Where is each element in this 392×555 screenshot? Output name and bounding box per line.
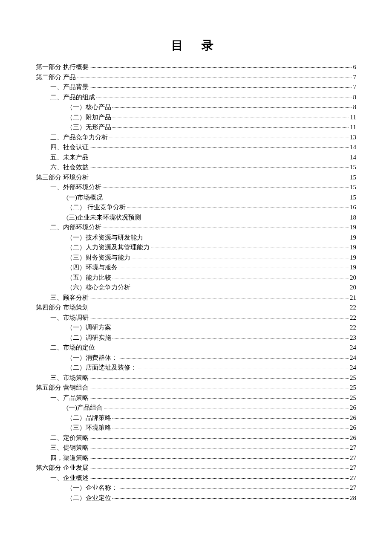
toc-entry[interactable]: 四，渠道策略27 (36, 455, 356, 461)
toc-entry-page: 24 (350, 364, 356, 371)
toc-entry-label: （二）店面选址及装修： (66, 364, 137, 371)
toc-entry[interactable]: 第五部分 营销组合25 (36, 384, 356, 391)
toc-entry[interactable]: 第四部分 市场策划22 (36, 304, 356, 311)
toc-list: 第一部分 执行概要6第二部分 产品7一、产品背景7二、产品的组成8（一）核心产品… (36, 64, 356, 501)
toc-entry[interactable]: （三）环境策略26 (36, 425, 356, 431)
toc-leader-dots (90, 178, 349, 178)
toc-entry[interactable]: （一）核心产品8 (36, 104, 356, 110)
toc-leader-dots (112, 418, 349, 419)
toc-entry-page: 24 (350, 355, 356, 361)
toc-entry[interactable]: 第一部分 执行概要6 (36, 64, 356, 70)
toc-entry-label: 三、产品竞争力分析 (50, 134, 108, 141)
toc-entry[interactable]: 二、市场的定位24 (36, 344, 356, 351)
toc-leader-dots (112, 278, 349, 278)
toc-entry-label: 六、社会效益 (50, 164, 89, 171)
toc-entry[interactable]: （五）能力比较20 (36, 275, 356, 281)
toc-entry-label: 二、内部环境分析 (50, 224, 101, 231)
toc-entry[interactable]: （二）人力资源及其管理能力19 (36, 244, 356, 251)
toc-entry[interactable]: （六）核心竞争力分析20 (36, 284, 356, 291)
toc-leader-dots (132, 288, 349, 288)
toc-entry[interactable]: (一)产品组合26 (36, 405, 356, 411)
toc-entry-page: 15 (350, 164, 356, 171)
toc-entry[interactable]: 二、定价策略26 (36, 435, 356, 441)
toc-entry-page: 14 (350, 154, 356, 161)
toc-entry[interactable]: 第三部分 环境分析15 (36, 174, 356, 181)
toc-entry-label: 五、未来产品 (50, 154, 89, 161)
toc-leader-dots (138, 368, 349, 368)
toc-leader-dots (90, 298, 349, 298)
toc-leader-dots (90, 378, 349, 379)
toc-entry[interactable]: （二）附加产品11 (36, 114, 356, 121)
toc-entry[interactable]: 三、产品竞争力分析13 (36, 134, 356, 141)
toc-entry[interactable]: 六、社会效益15 (36, 164, 356, 171)
toc-entry-page: 28 (350, 495, 356, 501)
toc-leader-dots (90, 308, 349, 308)
toc-entry[interactable]: (一)市场概况15 (36, 194, 356, 201)
toc-entry[interactable]: （二）品牌策略26 (36, 415, 356, 421)
toc-leader-dots (90, 87, 352, 88)
toc-entry-label: （四）环境与服务 (66, 264, 118, 271)
toc-entry-label: 二、定价策略 (50, 435, 89, 441)
toc-entry[interactable]: （二） 行业竞争分析16 (36, 204, 356, 211)
toc-entry-page: 18 (350, 214, 356, 221)
toc-entry[interactable]: 一、市场调研22 (36, 315, 356, 321)
toc-entry-page: 19 (350, 264, 356, 271)
toc-entry[interactable]: 二、产品的组成8 (36, 94, 356, 101)
toc-leader-dots (90, 458, 349, 459)
toc-entry[interactable]: （一）企业名称：27 (36, 485, 356, 491)
toc-entry-page: 16 (350, 204, 356, 211)
toc-entry-label: 第二部分 产品 (36, 74, 76, 81)
toc-entry-label: 四，渠道策略 (50, 455, 89, 461)
toc-entry-label: 三、市场策略 (50, 375, 89, 381)
toc-leader-dots (90, 448, 349, 448)
toc-entry-page: 19 (350, 234, 356, 241)
toc-entry-page: 26 (350, 425, 356, 431)
toc-entry-label: （二）人力资源及其管理能力 (66, 244, 150, 251)
toc-entry-page: 27 (350, 485, 356, 491)
toc-entry[interactable]: （三）财务资源与能力19 (36, 254, 356, 261)
toc-entry[interactable]: 三、市场策略25 (36, 375, 356, 381)
toc-entry-page: 19 (350, 224, 356, 231)
toc-entry[interactable]: （一）消费群体：24 (36, 355, 356, 361)
toc-entry-label: （三）财务资源与能力 (66, 254, 130, 261)
toc-entry-label: 四、社会认证 (50, 144, 89, 150)
toc-leader-dots (103, 188, 349, 188)
toc-entry-page: 26 (350, 415, 356, 421)
toc-entry-label: 一、企业概述 (50, 475, 89, 481)
toc-entry[interactable]: （一）调研方案22 (36, 324, 356, 331)
toc-entry-label: 第三部分 环境分析 (36, 174, 89, 181)
toc-leader-dots (90, 468, 349, 468)
toc-entry-page: 27 (350, 475, 356, 481)
toc-entry[interactable]: （三）无形产品11 (36, 124, 356, 130)
toc-entry[interactable]: （二）企业定位28 (36, 495, 356, 501)
toc-entry-page: 14 (350, 144, 356, 150)
toc-entry[interactable]: 第六部分 企业发展27 (36, 465, 356, 471)
toc-entry-page: 22 (350, 324, 356, 331)
toc-entry[interactable]: 一、外部环境分析15 (36, 184, 356, 191)
toc-entry-label: 第一部分 执行概要 (36, 64, 89, 70)
toc-entry-page: 8 (353, 104, 357, 110)
toc-entry-page: 25 (350, 395, 356, 401)
toc-entry-label: (一)产品组合 (66, 405, 103, 411)
toc-entry-label: （一）企业名称： (66, 485, 118, 491)
toc-entry[interactable]: 一、企业概述27 (36, 475, 356, 481)
toc-entry-label: 第五部分 营销组合 (36, 384, 89, 391)
toc-entry-label: （一）核心产品 (66, 104, 111, 110)
toc-entry[interactable]: （二）店面选址及装修：24 (36, 364, 356, 371)
toc-entry[interactable]: 一、产品背景7 (36, 84, 356, 90)
toc-entry[interactable]: 四、社会认证14 (36, 144, 356, 150)
toc-entry[interactable]: （二）调研实施23 (36, 335, 356, 341)
toc-leader-dots (90, 478, 349, 479)
toc-entry-page: 13 (350, 134, 356, 141)
toc-entry[interactable]: (三)企业未来环境状况预测18 (36, 214, 356, 221)
toc-entry[interactable]: 二、内部环境分析19 (36, 224, 356, 231)
toc-entry[interactable]: （四）环境与服务19 (36, 264, 356, 271)
toc-entry[interactable]: 第二部分 产品7 (36, 74, 356, 81)
toc-entry-label: 二、产品的组成 (50, 94, 95, 101)
toc-entry[interactable]: 三、促销策略27 (36, 445, 356, 451)
toc-entry[interactable]: 三、顾客分析21 (36, 295, 356, 301)
toc-leader-dots (103, 228, 349, 228)
toc-entry[interactable]: （一）技术资源与研发能力19 (36, 234, 356, 241)
toc-entry[interactable]: 五、未来产品14 (36, 154, 356, 161)
toc-entry[interactable]: 一、产品策略25 (36, 395, 356, 401)
